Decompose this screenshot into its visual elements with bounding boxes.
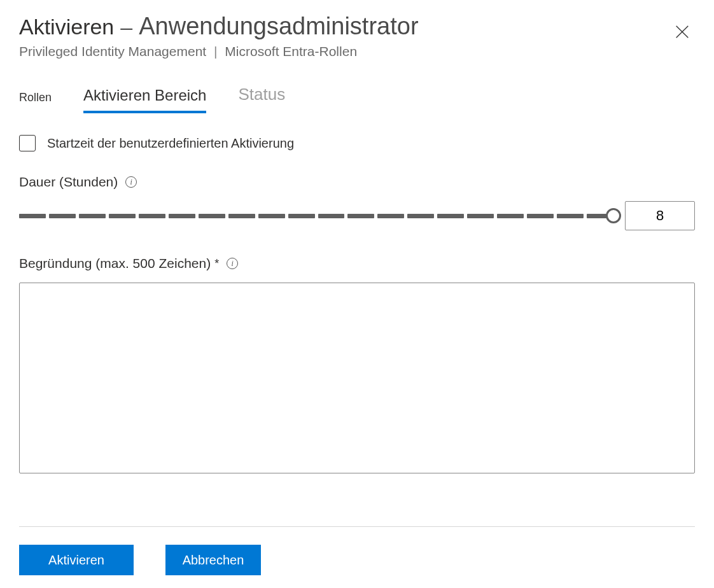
title-role: Anwendungsadministrator xyxy=(139,13,418,40)
cancel-button[interactable]: Abbrechen xyxy=(165,545,261,575)
activate-button[interactable]: Aktivieren xyxy=(19,545,134,575)
panel-title: Aktivieren – Anwendungsadministrator xyxy=(19,13,419,40)
info-icon[interactable]: i xyxy=(125,176,137,188)
close-icon xyxy=(673,23,691,41)
custom-start-time-label: Startzeit der benutzerdefinierten Aktivi… xyxy=(47,136,294,151)
close-button[interactable] xyxy=(669,19,695,46)
slider-thumb[interactable] xyxy=(606,208,621,223)
reason-label: Begründung (max. 500 Zeichen) xyxy=(19,256,211,271)
tab-activate-scope[interactable]: Aktivieren Bereich xyxy=(83,87,206,113)
title-dash: – xyxy=(120,15,132,39)
info-icon[interactable]: i xyxy=(227,258,238,269)
breadcrumb-service: Privileged Identity Management xyxy=(19,44,206,59)
custom-start-time-checkbox[interactable] xyxy=(19,135,36,151)
title-prefix: Aktivieren xyxy=(19,15,114,39)
duration-input[interactable] xyxy=(625,201,695,230)
breadcrumb-separator: | xyxy=(210,44,221,59)
duration-label: Dauer (Stunden) xyxy=(19,174,118,190)
reason-textarea[interactable] xyxy=(19,283,695,473)
duration-slider[interactable] xyxy=(19,213,613,218)
tabs: Rollen Aktivieren Bereich Status xyxy=(19,85,695,113)
required-mark: * xyxy=(214,257,219,270)
tab-roles[interactable]: Rollen xyxy=(19,91,52,113)
tab-status: Status xyxy=(238,85,285,113)
footer: Aktivieren Abbrechen xyxy=(19,526,695,588)
breadcrumb: Privileged Identity Management | Microso… xyxy=(19,44,419,59)
breadcrumb-section: Microsoft Entra-Rollen xyxy=(225,44,357,59)
